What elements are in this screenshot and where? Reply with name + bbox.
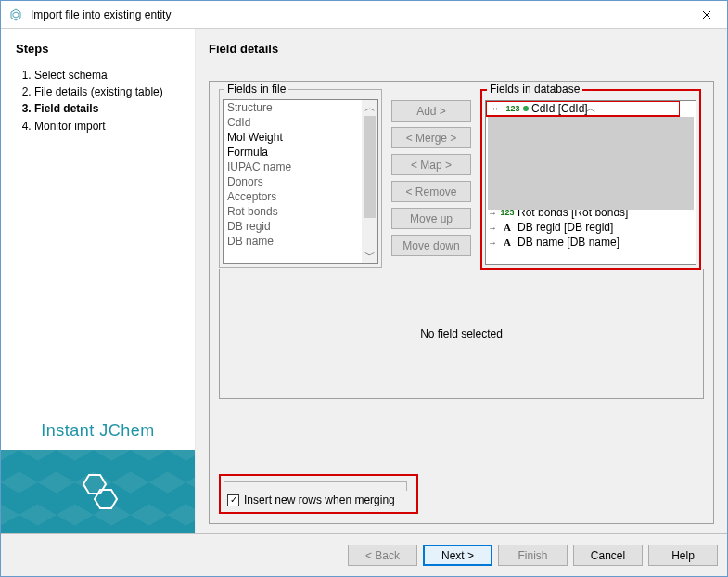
scrollbar[interactable]: ︿ ﹀ xyxy=(362,100,377,263)
merge-button[interactable]: < Merge > xyxy=(391,127,471,148)
cancel-button[interactable]: Cancel xyxy=(573,545,643,566)
db-row-cdid[interactable]: ↔ 123 CdId [CdId] xyxy=(486,101,680,116)
brand-tile xyxy=(1,450,195,533)
detail-area: No field selected xyxy=(219,269,704,399)
mapping-buttons: Add > < Merge > < Map > < Remove Move up… xyxy=(391,89,471,256)
no-selection-text: No field selected xyxy=(420,327,503,340)
moveup-button[interactable]: Move up xyxy=(391,208,471,229)
scroll-up-icon[interactable]: ︿ xyxy=(362,100,377,116)
dialog-body: Steps Select schema File details (existi… xyxy=(1,29,727,533)
checkbox-icon[interactable]: ✓ xyxy=(227,494,239,506)
list-item[interactable]: Structure xyxy=(224,100,362,115)
file-fields-list[interactable]: Structure CdId Mol Weight Formula IUPAC … xyxy=(223,99,378,264)
db-row[interactable]: → A DB regid [DB regid] xyxy=(486,220,680,235)
list-item[interactable]: Formula xyxy=(224,145,362,160)
app-icon xyxy=(8,7,23,22)
window-title: Import file into existing entity xyxy=(31,8,685,21)
map-arrow-icon: → xyxy=(488,237,497,248)
insert-rows-checkbox[interactable]: ✓ Insert new rows when merging xyxy=(224,494,407,506)
integer-icon: 123 xyxy=(505,102,520,115)
next-button[interactable]: Next > xyxy=(423,545,492,566)
merge-arrow-icon: ↔ xyxy=(488,102,503,115)
file-fields-group: Fields in file Structure CdId Mol Weight… xyxy=(219,89,382,268)
text-icon: A xyxy=(500,221,515,234)
list-item[interactable]: DB regid xyxy=(224,219,362,234)
svg-marker-1 xyxy=(13,12,19,18)
scroll-thumb[interactable] xyxy=(488,117,694,210)
merge-option-highlight: ✓ Insert new rows when merging xyxy=(219,474,418,514)
step-4: Monitor import xyxy=(34,119,180,134)
step-2: File details (existing table) xyxy=(34,84,180,99)
list-item[interactable]: IUPAC name xyxy=(224,160,362,174)
steps-heading: Steps xyxy=(16,42,180,58)
columns-row: Fields in file Structure CdId Mol Weight… xyxy=(219,89,704,270)
movedown-button[interactable]: Move down xyxy=(391,235,471,256)
db-row-label: DB name [DB name] xyxy=(517,236,619,249)
list-item[interactable]: Donors xyxy=(224,174,362,189)
db-row-label: DB regid [DB regid] xyxy=(517,221,613,234)
help-button[interactable]: Help xyxy=(648,545,718,566)
remove-button[interactable]: < Remove xyxy=(391,181,471,202)
db-row[interactable]: → A DB name [DB name] xyxy=(486,235,680,250)
list-item[interactable]: DB name xyxy=(224,234,362,249)
list-item[interactable]: Rot bonds xyxy=(224,204,362,219)
db-row-label: CdId [CdId] xyxy=(531,102,588,115)
close-button[interactable] xyxy=(685,1,727,29)
text-icon: A xyxy=(500,236,515,249)
db-fields-list[interactable]: ↔ 123 CdId [CdId] → Structure [Structure… xyxy=(485,100,696,265)
map-arrow-icon: → xyxy=(488,223,497,233)
scroll-thumb[interactable] xyxy=(364,116,376,218)
scroll-down-icon[interactable]: ﹀ xyxy=(362,248,377,263)
svg-marker-3 xyxy=(95,490,117,508)
db-fields-group: Fields in database ↔ 123 CdId [CdId] xyxy=(480,89,701,270)
step-1: Select schema xyxy=(34,68,180,83)
map-button[interactable]: < Map > xyxy=(391,154,471,175)
add-button[interactable]: Add > xyxy=(391,100,471,122)
main-area: Field details Fields in file Structure C… xyxy=(196,29,727,533)
list-item[interactable]: Acceptors xyxy=(224,189,362,204)
list-item[interactable]: Mol Weight xyxy=(224,130,362,145)
merge-dot-icon xyxy=(523,106,529,111)
back-button[interactable]: < Back xyxy=(348,545,417,566)
list-item[interactable]: CdId xyxy=(224,115,362,130)
finish-button[interactable]: Finish xyxy=(498,545,568,566)
db-fields-label: Fields in database xyxy=(487,83,582,96)
groupbox-edge xyxy=(224,481,407,491)
field-panel: Fields in file Structure CdId Mol Weight… xyxy=(209,81,714,524)
step-3: Field details xyxy=(34,101,180,116)
footer-buttons: < Back Next > Finish Cancel Help xyxy=(1,533,727,576)
main-heading: Field details xyxy=(209,42,714,58)
dialog-window: Import file into existing entity Steps S… xyxy=(0,0,728,577)
file-fields-label: Fields in file xyxy=(224,83,288,96)
sidebar: Steps Select schema File details (existi… xyxy=(1,29,196,533)
steps-list: Select schema File details (existing tab… xyxy=(16,68,180,135)
titlebar: Import file into existing entity xyxy=(1,1,727,29)
checkbox-label: Insert new rows when merging xyxy=(244,494,395,506)
brand-text: Instant JChem xyxy=(16,421,180,441)
